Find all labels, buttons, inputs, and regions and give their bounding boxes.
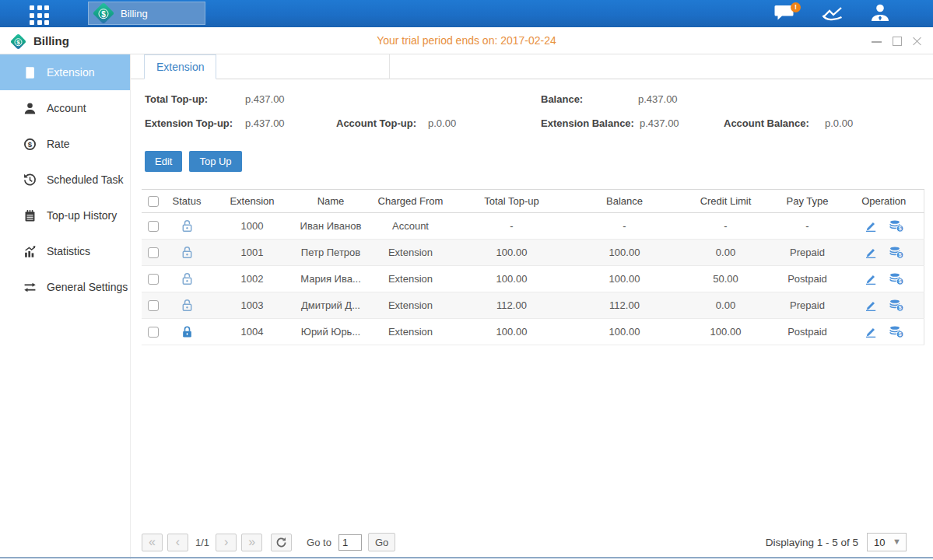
account-top-up-value: p.0.00: [428, 117, 456, 129]
sidebar-item-label: Account: [47, 102, 86, 114]
prev-page-button[interactable]: ‹: [167, 534, 188, 551]
unlocked-icon[interactable]: [181, 219, 194, 231]
notepad-icon: [23, 209, 37, 222]
top-up-button[interactable]: Top Up: [189, 151, 241, 172]
edit-icon[interactable]: [864, 272, 878, 285]
sidebar-item-label: Scheduled Task: [47, 173, 124, 186]
row-checkbox[interactable]: [148, 274, 159, 285]
tab-extension[interactable]: Extension: [144, 54, 216, 79]
column-header: Charged From: [366, 190, 455, 213]
sidebar-item-scheduled-task[interactable]: Scheduled Task: [0, 162, 130, 198]
edit-icon[interactable]: [864, 325, 878, 338]
row-checkbox[interactable]: [148, 327, 159, 338]
extension-table: StatusExtensionNameCharged FromTotal Top…: [142, 189, 924, 345]
select-all-checkbox[interactable]: [148, 196, 159, 207]
cell-extension: 1004: [209, 319, 296, 345]
account-balance-label: Account Balance:: [724, 117, 809, 129]
cell-pay-type: Postpaid: [770, 319, 844, 345]
table-header-row: StatusExtensionNameCharged FromTotal Top…: [142, 190, 924, 213]
table-row: 1001Петр ПетровExtension100.00100.000.00…: [142, 240, 924, 266]
cell-name: Мария Ива...: [296, 266, 366, 292]
sidebar-item-label: Rate: [47, 138, 70, 150]
svg-text:$: $: [898, 252, 901, 258]
minimize-icon[interactable]: [872, 36, 882, 46]
first-page-button[interactable]: «: [142, 534, 163, 551]
row-checkbox[interactable]: [148, 247, 159, 258]
cell-charged-from: Extension: [366, 266, 455, 292]
sidebar-item-extension[interactable]: Extension: [0, 54, 130, 90]
cell-extension: 1000: [209, 213, 296, 240]
edit-icon[interactable]: [864, 299, 878, 312]
balance-value: p.437.00: [638, 93, 678, 105]
table-row: 1004Юрий Юрь...Extension100.00100.00100.…: [142, 319, 924, 345]
sidebar-item-general-settings[interactable]: General Settings: [0, 269, 130, 305]
maximize-icon[interactable]: [892, 36, 902, 46]
cell-total-top-up: 100.00: [455, 240, 568, 266]
last-page-button[interactable]: »: [241, 534, 262, 551]
refresh-button[interactable]: [271, 534, 292, 551]
displaying-info: Displaying 1 - 5 of 5: [766, 537, 858, 548]
total-top-up-value: p.437.00: [245, 93, 285, 105]
cell-credit-limit: 100.00: [681, 319, 770, 345]
table-row: 1003Дмитрий Д...Extension112.00112.000.0…: [142, 292, 924, 319]
apps-grid-icon[interactable]: [30, 5, 49, 25]
unlocked-icon[interactable]: [181, 272, 194, 284]
unlocked-icon[interactable]: [181, 246, 194, 257]
sidebar-item-account[interactable]: Account: [0, 90, 130, 126]
cell-total-top-up: 112.00: [455, 292, 568, 319]
unlocked-icon[interactable]: [181, 299, 194, 310]
account-balance-value: p.0.00: [825, 117, 853, 129]
billing-app-icon: $: [93, 2, 114, 24]
cell-charged-from: Extension: [366, 292, 455, 319]
topup-icon[interactable]: $: [889, 325, 904, 338]
cell-name: Дмитрий Д...: [296, 292, 366, 319]
total-top-up-label: Total Top-up:: [145, 93, 208, 105]
top-navigation-bar: $ Billing !: [0, 0, 933, 27]
cell-charged-from: Extension: [366, 240, 455, 266]
cell-credit-limit: 0.00: [681, 240, 770, 266]
main-content: Extension Total Top-up: p.437.00 Balance…: [131, 54, 933, 559]
cell-extension: 1002: [209, 266, 296, 292]
locked-icon[interactable]: [181, 325, 194, 337]
reports-chart-icon[interactable]: [822, 5, 847, 26]
user-account-icon[interactable]: [869, 3, 891, 26]
column-header: Credit Limit: [681, 190, 770, 213]
sidebar-item-statistics[interactable]: Statistics: [0, 233, 130, 269]
next-page-button[interactable]: ›: [216, 534, 237, 551]
svg-text:$: $: [898, 226, 901, 232]
table-row: 1002Мария Ива...Extension100.00100.0050.…: [142, 266, 924, 292]
billing-app-tab[interactable]: $ Billing: [88, 2, 205, 25]
close-icon[interactable]: [912, 36, 922, 46]
topup-icon[interactable]: $: [889, 246, 904, 259]
sidebar-item-rate[interactable]: $Rate: [0, 126, 130, 162]
user-icon: [23, 102, 37, 115]
row-checkbox[interactable]: [148, 300, 159, 311]
row-checkbox[interactable]: [148, 221, 159, 232]
sidebar-item-label: Statistics: [47, 245, 90, 257]
cell-pay-type: Prepaid: [770, 292, 844, 319]
svg-text:$: $: [898, 331, 901, 338]
topup-icon[interactable]: $: [889, 272, 904, 285]
window-title: Billing: [33, 34, 69, 47]
topup-icon[interactable]: $: [889, 219, 904, 233]
dollar-circle-icon: $: [23, 138, 37, 151]
edit-icon[interactable]: [864, 246, 878, 259]
edit-button[interactable]: Edit: [145, 151, 182, 172]
account-top-up-label: Account Top-up:: [336, 117, 416, 129]
window-billing-icon: $: [12, 36, 24, 47]
go-button[interactable]: Go: [368, 533, 395, 551]
sidebar-item-top-up-history[interactable]: Top-up History: [0, 198, 130, 233]
page-size-select[interactable]: 10 ▼: [867, 533, 907, 551]
cell-charged-from: Account: [366, 213, 455, 240]
edit-icon[interactable]: [864, 219, 878, 233]
chevron-down-icon: ▼: [893, 537, 901, 546]
column-header: Operation: [844, 190, 924, 213]
cell-pay-type: -: [770, 213, 844, 240]
messages-icon[interactable]: !: [774, 4, 796, 26]
table-body: 1000Иван ИвановAccount----$1001Петр Петр…: [142, 213, 924, 345]
select-all-header: [142, 190, 165, 213]
topup-icon[interactable]: $: [889, 299, 904, 312]
goto-page-input[interactable]: [338, 534, 362, 551]
pagination-bar: « ‹ 1/1 › » Go to Go Displaying 1 - 5 of…: [142, 531, 907, 553]
svg-text:$: $: [898, 278, 901, 285]
